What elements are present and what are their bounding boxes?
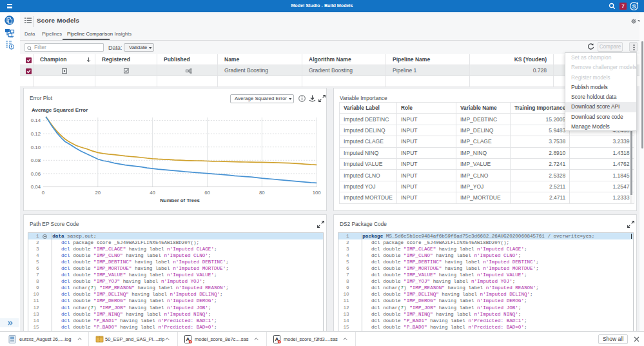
svg-text:S: S (632, 3, 636, 10)
svg-text:0: 0 (42, 190, 45, 196)
svg-text:80: 80 (259, 190, 265, 196)
svg-text:0.06: 0.06 (31, 171, 41, 177)
svg-text:20: 20 (95, 190, 101, 196)
svg-text:0.04: 0.04 (31, 184, 41, 190)
svg-text:60: 60 (204, 190, 210, 196)
svg-text:0.12: 0.12 (31, 131, 41, 137)
svg-text:Number of Trees: Number of Trees (160, 198, 200, 203)
svg-text:100: 100 (313, 190, 322, 196)
svg-text:40: 40 (150, 190, 155, 196)
svg-text:0.08: 0.08 (31, 158, 41, 163)
svg-text:0.14: 0.14 (31, 117, 41, 123)
svg-text:0.10: 0.10 (31, 145, 41, 150)
